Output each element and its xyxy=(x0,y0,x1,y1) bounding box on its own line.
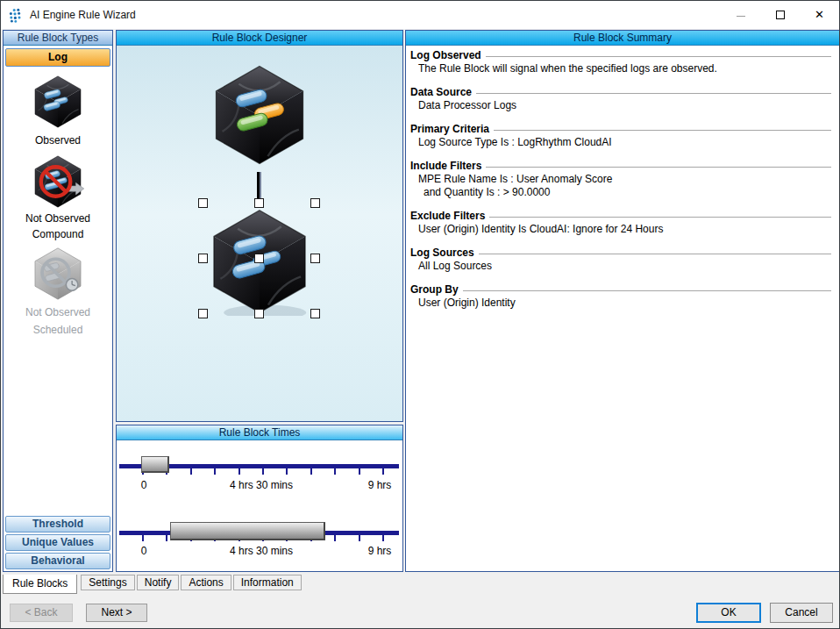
log-category-button[interactable]: Log xyxy=(5,48,110,67)
behavioral-category-button[interactable]: Behavioral xyxy=(5,553,110,569)
ai-engine-rule-wizard-window: AI Engine Rule Wizard ✕ Rule Block Types… xyxy=(0,0,840,629)
slider-tick-label: 0 xyxy=(141,479,147,491)
section-title: Group By xyxy=(410,283,459,296)
divider xyxy=(494,130,831,131)
section-text: The Rule Block will signal when the spec… xyxy=(418,62,832,75)
close-icon: ✕ xyxy=(815,9,824,20)
summary-section-include-filters: Include Filters MPE Rule Name Is : User … xyxy=(410,160,832,198)
rule-type-not-observed-scheduled: Not Observed Scheduled xyxy=(4,247,112,336)
maximize-icon xyxy=(776,11,785,19)
back-button: < Back xyxy=(10,604,73,622)
rule-block-designer-header: Rule Block Designer xyxy=(117,31,402,46)
threshold-category-button[interactable]: Threshold xyxy=(5,516,110,533)
divider xyxy=(486,167,831,168)
divider xyxy=(476,93,831,94)
section-title: Log Sources xyxy=(410,247,474,259)
rule-block-designer-panel: Rule Block Designer xyxy=(116,30,403,422)
divider xyxy=(486,56,831,57)
time-slider-handle[interactable] xyxy=(141,456,169,473)
tab-notify[interactable]: Notify xyxy=(137,575,180,590)
divider xyxy=(463,290,831,291)
selection-handle[interactable] xyxy=(198,254,208,263)
unique-values-category-button[interactable]: Unique Values xyxy=(5,534,110,551)
summary-section-data-source: Data Source Data Processor Logs xyxy=(410,86,832,111)
cancel-button[interactable]: Cancel xyxy=(770,603,833,623)
section-title: Primary Criteria xyxy=(410,123,489,135)
rule-type-label: Not Observed xyxy=(4,213,112,225)
minimize-icon xyxy=(737,16,745,17)
minimize-button[interactable] xyxy=(721,1,760,28)
section-title: Log Observed xyxy=(410,49,481,61)
selection-handle[interactable] xyxy=(254,309,264,318)
selection-handle[interactable] xyxy=(198,198,208,208)
summary-section-primary-criteria: Primary Criteria Log Source Type Is : Lo… xyxy=(410,123,832,148)
observed-cube-icon xyxy=(31,75,85,129)
rule-type-label: Not Observed xyxy=(4,307,112,318)
summary-section-log-sources: Log Sources All Log Sources xyxy=(410,247,832,272)
rule-type-label: Compound xyxy=(4,229,112,240)
next-button[interactable]: Next > xyxy=(86,604,147,622)
slider-tick-label: 9 hrs xyxy=(368,479,392,491)
rule-block-cube-icon[interactable] xyxy=(206,63,313,167)
slider-ticks xyxy=(142,468,385,475)
section-text: Data Processor Logs xyxy=(418,99,832,111)
rule-type-label: Observed xyxy=(4,135,112,147)
rule-block-summary-header: Rule Block Summary xyxy=(406,31,839,46)
rule-block-types-header: Rule Block Types xyxy=(4,31,112,46)
rule-block-summary-panel: Rule Block Summary Log Observed The Rule… xyxy=(405,30,840,572)
tab-actions[interactable]: Actions xyxy=(181,575,231,590)
logrhythm-dots-icon xyxy=(9,8,24,23)
rule-type-observed[interactable]: Observed xyxy=(4,75,112,147)
summary-section-group-by: Group By User (Origin) Identity xyxy=(410,283,832,309)
ok-button[interactable]: OK xyxy=(696,603,761,623)
selection-handle[interactable] xyxy=(310,309,320,318)
designer-canvas[interactable] xyxy=(117,46,402,421)
summary-section-exclude-filters: Exclude Filters User (Origin) Identity I… xyxy=(410,210,832,235)
section-title: Data Source xyxy=(410,86,472,98)
section-text: All Log Sources xyxy=(418,260,832,272)
slider-tick-label: 4 hrs 30 mins xyxy=(230,545,293,557)
tab-settings[interactable]: Settings xyxy=(81,575,134,590)
selection-handle[interactable] xyxy=(254,254,264,263)
selection-handle[interactable] xyxy=(310,198,320,208)
section-text: User (Origin) Identity xyxy=(418,297,832,309)
summary-section-log-observed: Log Observed The Rule Block will signal … xyxy=(410,49,832,75)
section-text: MPE Rule Name Is : User Anomaly Score xyxy=(418,173,832,185)
section-title: Include Filters xyxy=(410,160,481,172)
window-title: AI Engine Rule Wizard xyxy=(30,9,136,21)
not-observed-compound-cube-icon xyxy=(31,154,85,209)
tab-rule-blocks[interactable]: Rule Blocks xyxy=(3,575,77,594)
rule-type-label: Scheduled xyxy=(4,325,112,336)
rule-block-times-panel: Rule Block Times 0 4 hrs 30 mins 9 hrs 0… xyxy=(116,425,403,572)
selection-handle[interactable] xyxy=(254,198,264,208)
selection-handle[interactable] xyxy=(198,309,208,318)
section-text: User (Origin) Identity Is CloudAI: Ignor… xyxy=(418,223,832,235)
selection-handle[interactable] xyxy=(310,254,320,263)
title-bar: AI Engine Rule Wizard ✕ xyxy=(1,1,839,29)
rule-block-types-panel: Rule Block Types Log Observed Not Observ xyxy=(3,30,113,572)
tab-information[interactable]: Information xyxy=(233,575,302,590)
section-title: Exclude Filters xyxy=(410,210,485,222)
wizard-tabstrip: Rule Blocks Settings Notify Actions Info… xyxy=(3,575,303,594)
rule-type-not-observed-compound[interactable]: Not Observed Compound xyxy=(4,154,112,240)
divider xyxy=(489,217,831,218)
time-range-bar[interactable] xyxy=(170,522,325,540)
not-observed-scheduled-cube-icon xyxy=(31,247,85,301)
section-text: Log Source Type Is : LogRhythm CloudAI xyxy=(418,136,832,148)
maximize-button[interactable] xyxy=(760,1,800,28)
close-button[interactable]: ✕ xyxy=(800,1,839,28)
slider-tick-label: 0 xyxy=(141,545,147,557)
slider-tick-label: 9 hrs xyxy=(368,545,392,557)
rule-block-times-header: Rule Block Times xyxy=(117,425,402,440)
section-text: and Quantity Is : > 90.0000 xyxy=(424,186,832,198)
divider xyxy=(479,254,831,254)
slider-tick-label: 4 hrs 30 mins xyxy=(230,479,293,491)
